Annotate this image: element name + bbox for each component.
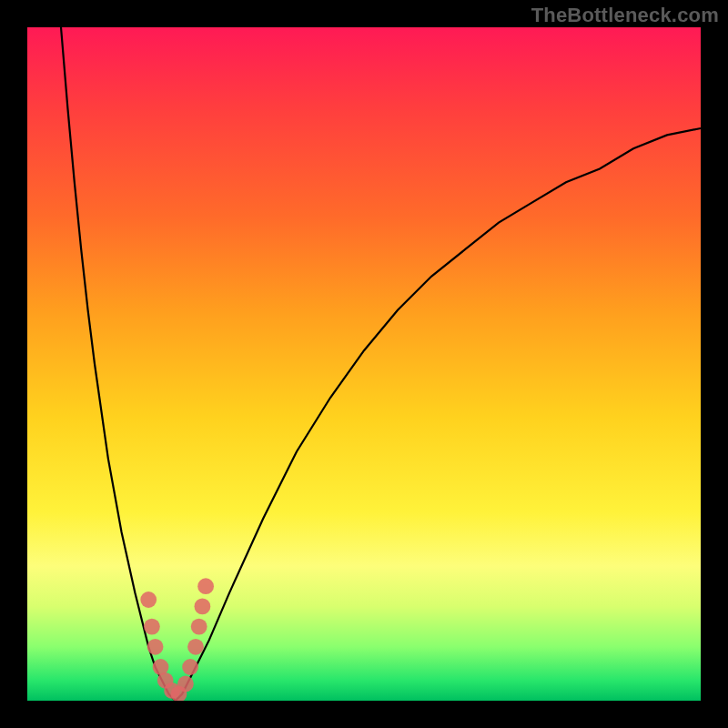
watermark-text: TheBottleneck.com xyxy=(531,4,719,27)
marker-point xyxy=(191,619,207,635)
curve-layer xyxy=(27,27,701,701)
frame-right xyxy=(701,0,728,728)
marker-point xyxy=(140,592,157,608)
marker-point xyxy=(144,619,160,635)
curve-left-branch xyxy=(61,27,176,701)
marker-point xyxy=(187,639,204,655)
frame-left xyxy=(0,0,27,728)
plot-area xyxy=(27,27,701,701)
marker-point xyxy=(182,659,198,675)
marker-point xyxy=(195,599,211,615)
marker-point xyxy=(197,578,214,594)
frame-bottom xyxy=(0,701,728,728)
curve-right-branch xyxy=(176,128,701,701)
marker-cluster xyxy=(140,578,214,702)
marker-point xyxy=(147,639,164,655)
marker-point xyxy=(177,676,194,693)
chart-stage: TheBottleneck.com xyxy=(0,0,728,728)
